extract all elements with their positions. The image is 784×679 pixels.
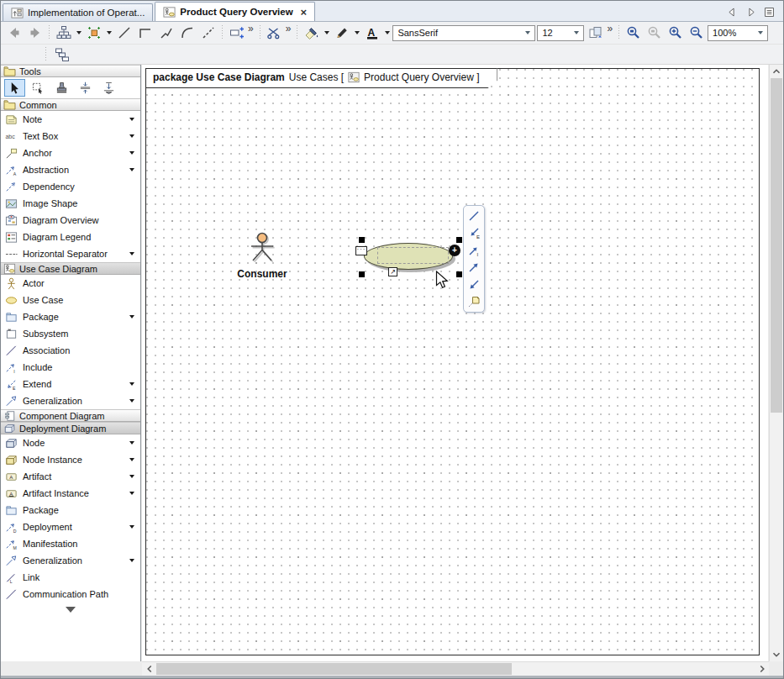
section-header-deployment-diagram[interactable]: Deployment Diagram	[1, 422, 140, 434]
dropdown-arrow-icon[interactable]	[129, 168, 134, 171]
close-icon[interactable]: ×	[301, 7, 308, 18]
vertical-collapse-tool-button[interactable]	[98, 79, 119, 97]
dropdown-arrow-icon[interactable]	[129, 399, 134, 403]
dropdown-arrow-icon[interactable]	[129, 441, 134, 445]
scroll-up-button[interactable]	[770, 65, 783, 78]
tab-implementation-of-operations[interactable]: Implementation of Operat...	[3, 3, 153, 21]
line-style-rectilinear-button[interactable]	[135, 24, 155, 42]
compartment-button[interactable]	[355, 246, 367, 255]
palette-item-deployment[interactable]: D Deployment	[1, 518, 140, 535]
directed-association-handle-button[interactable]	[467, 261, 481, 275]
vertical-scrollbar-thumb[interactable]	[771, 78, 782, 413]
include-handle-button[interactable]: I	[467, 243, 481, 257]
palette-item-subsystem[interactable]: Subsystem	[1, 325, 140, 342]
format-painter-button[interactable]	[586, 24, 605, 42]
section-header-component-diagram[interactable]: Component Diagram	[1, 409, 140, 422]
edit-compartments-button[interactable]	[227, 24, 246, 42]
tree-layout-button[interactable]	[54, 24, 73, 42]
palette-item-package-deployment[interactable]: Package	[1, 502, 140, 518]
diagram-canvas[interactable]: package Use Case Diagram Use Cases [ Pro…	[142, 65, 768, 661]
pen-color-dropdown-icon[interactable]	[353, 24, 360, 42]
zoom-level-select[interactable]: 100%	[708, 25, 768, 41]
zoom-region-button[interactable]	[624, 24, 643, 42]
dropdown-arrow-icon[interactable]	[129, 315, 134, 318]
cut-button[interactable]	[265, 24, 284, 42]
sidebar-more-button[interactable]	[1, 603, 140, 616]
palette-item-diagram-legend[interactable]: Diagram Legend	[1, 229, 140, 245]
palette-item-extend[interactable]: E Extend	[1, 376, 140, 392]
line-style-curved-button[interactable]	[177, 24, 197, 42]
palette-item-use-case[interactable]: Use Case	[1, 292, 140, 308]
palette-item-horizontal-separator[interactable]: Horizontal Separator	[1, 245, 140, 262]
section-header-tools[interactable]: Tools	[1, 65, 140, 77]
back-button[interactable]	[4, 24, 24, 42]
palette-item-package[interactable]: Package	[1, 308, 140, 325]
pen-color-button[interactable]	[332, 24, 351, 42]
vertical-scrollbar[interactable]	[769, 65, 783, 661]
snap-button[interactable]	[84, 24, 103, 42]
palette-item-note[interactable]: Note	[1, 111, 140, 128]
dropdown-arrow-icon[interactable]	[129, 134, 134, 138]
font-size-select[interactable]: 12	[537, 25, 584, 41]
zoom-fit-button[interactable]	[645, 24, 664, 42]
section-header-common[interactable]: Common	[1, 98, 140, 111]
select-tool-button[interactable]	[4, 79, 25, 97]
tree-layout-dropdown-icon[interactable]	[75, 24, 82, 42]
palette-item-anchor[interactable]: Anchor	[1, 145, 140, 161]
palette-item-dependency[interactable]: Dependency	[1, 178, 140, 195]
palette-item-artifact-instance[interactable]: A Artifact Instance	[1, 485, 140, 502]
tab-scroll-right-button[interactable]	[745, 6, 757, 18]
snap-dropdown-icon[interactable]	[105, 24, 113, 42]
scroll-left-button[interactable]	[142, 662, 156, 676]
dependency-handle-button[interactable]	[467, 277, 481, 292]
fill-color-dropdown-icon[interactable]	[323, 24, 330, 42]
fill-color-button[interactable]	[302, 24, 321, 42]
font-family-select[interactable]: SansSerif	[392, 25, 535, 41]
horizontal-scrollbar[interactable]	[142, 661, 769, 676]
note-anchor-handle-button[interactable]	[467, 295, 481, 309]
tab-list-button[interactable]	[763, 6, 776, 18]
overflow-chevron[interactable]: »	[286, 23, 292, 34]
palette-item-diagram-overview[interactable]: Diagram Overview	[1, 212, 140, 229]
horizontal-scrollbar-thumb[interactable]	[156, 663, 512, 675]
dropdown-arrow-icon[interactable]	[129, 559, 134, 562]
marquee-tool-button[interactable]	[28, 79, 49, 97]
dropdown-arrow-icon[interactable]	[129, 458, 134, 461]
overflow-chevron[interactable]: »	[248, 23, 254, 34]
dropdown-arrow-icon[interactable]	[129, 492, 134, 495]
palette-item-node-instance[interactable]: Node Instance	[1, 451, 140, 468]
dropdown-arrow-icon[interactable]	[129, 118, 134, 121]
zoom-out-button[interactable]	[687, 24, 706, 42]
zoom-in-button[interactable]	[666, 24, 685, 42]
line-style-oblique-button[interactable]	[156, 24, 176, 42]
use-case-name-edit-box[interactable]	[377, 247, 449, 264]
font-color-button[interactable]: A	[362, 24, 381, 42]
vertical-spread-tool-button[interactable]	[75, 79, 96, 97]
line-style-dashed-button[interactable]	[198, 24, 218, 42]
scroll-down-button[interactable]	[770, 648, 783, 661]
forward-button[interactable]	[25, 24, 45, 42]
scroll-right-button[interactable]	[755, 662, 769, 676]
stamp-tool-button[interactable]	[51, 79, 72, 97]
palette-item-text-box[interactable]: abc Text Box	[1, 128, 140, 145]
font-color-dropdown-icon[interactable]	[383, 24, 391, 42]
structure-tool-button[interactable]	[52, 45, 71, 64]
tab-scroll-left-button[interactable]	[726, 6, 739, 18]
selection-handle-bottom-right[interactable]	[456, 271, 462, 277]
overflow-chevron[interactable]: »	[607, 23, 613, 34]
palette-item-generalization-deployment[interactable]: Generalization	[1, 552, 140, 569]
palette-item-actor[interactable]: Actor	[1, 275, 140, 292]
selection-handle-bottom-left[interactable]	[359, 271, 365, 277]
palette-item-manifestation[interactable]: M Manifestation	[1, 535, 140, 552]
palette-item-generalization[interactable]: Generalization	[1, 392, 140, 409]
palette-item-association[interactable]: Association	[1, 342, 140, 359]
palette-item-include[interactable]: I Include	[1, 359, 140, 376]
palette-item-artifact[interactable]: A Artifact	[1, 468, 140, 485]
autosize-button[interactable]	[388, 267, 397, 276]
palette-item-link[interactable]: L Link	[1, 569, 140, 586]
selection-handle-top-left[interactable]	[359, 237, 365, 243]
tab-product-query-overview[interactable]: Product Query Overview ×	[155, 2, 315, 21]
palette-item-image-shape[interactable]: Image Shape	[1, 195, 140, 212]
association-handle-button[interactable]	[467, 208, 481, 223]
dropdown-arrow-icon[interactable]	[129, 252, 134, 255]
